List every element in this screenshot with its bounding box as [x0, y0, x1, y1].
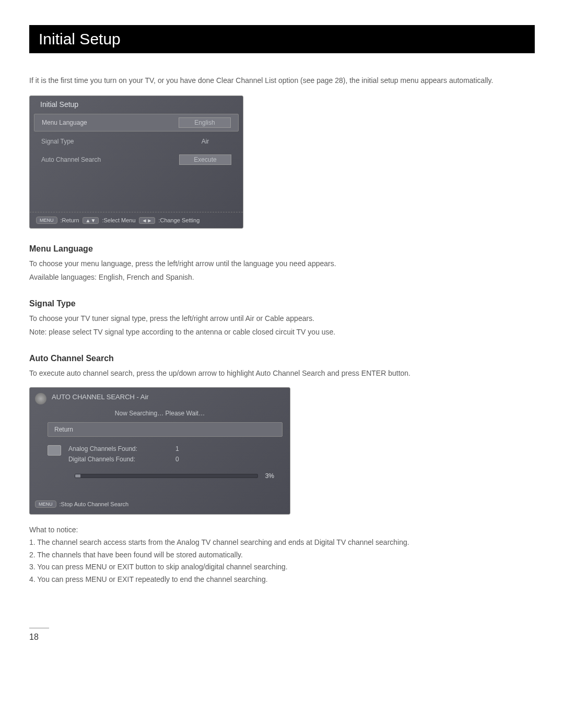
search-footer-label: :Stop Auto Channel Search [60, 501, 129, 507]
result-label: Analog Channels Found: [68, 445, 160, 452]
setup-menu-row-label: Signal Type [41, 138, 74, 145]
auto-search-line: To execute auto channel search, press th… [29, 367, 535, 379]
menu-language-heading: Menu Language [29, 244, 535, 254]
notice-list: What to notice: 1. The channel search ac… [29, 524, 535, 586]
result-value: 0 [175, 456, 179, 463]
auto-search-screenshot: AUTO CHANNEL SEARCH - Air Now Searching…… [29, 387, 290, 515]
search-return-row[interactable]: Return [48, 422, 283, 437]
search-shot-header: AUTO CHANNEL SEARCH - Air [30, 392, 290, 408]
intro-paragraph: If it is the first time you turn on your… [29, 75, 535, 86]
progress-bar [75, 474, 258, 478]
setup-menu-row-value: Air [179, 137, 231, 146]
notice-item: 3. You can press MENU or EXIT button to … [29, 561, 535, 574]
setup-menu-row-label: Auto Channel Search [41, 156, 101, 163]
setup-menu-row-value: Execute [179, 154, 231, 165]
search-subtitle: Now Searching… Please Wait… [30, 408, 290, 422]
setup-menu-row[interactable]: Auto Channel Search Execute [34, 151, 239, 168]
spacer [30, 170, 243, 212]
menu-button-icon: MENU [35, 500, 56, 508]
menu-language-line: Available languages: English, French and… [29, 271, 535, 283]
initial-setup-screenshot: Initial Setup Menu Language English Sign… [29, 96, 243, 229]
signal-type-heading: Signal Type [29, 299, 535, 308]
search-result-line: Analog Channels Found: 1 [68, 445, 283, 452]
setup-menu-row-value: English [179, 117, 231, 128]
left-right-arrow-icon: ◄► [139, 217, 156, 224]
setup-menu-footer: MENU :Return ▲▼ :Select Menu ◄► :Change … [30, 212, 243, 228]
signal-type-line: To choose your TV tuner signal type, pre… [29, 313, 535, 324]
search-result-line: Digital Channels Found: 0 [68, 456, 283, 463]
search-title: AUTO CHANNEL SEARCH - Air [52, 393, 149, 401]
menu-language-line: To choose your menu language, press the … [29, 258, 535, 269]
page-title: Initial Setup [39, 30, 525, 48]
progress-fill [75, 474, 80, 478]
result-value: 1 [175, 445, 179, 452]
search-footer: MENU :Stop Auto Channel Search [30, 496, 290, 510]
signal-type-line: Note: please select TV signal type accor… [29, 326, 535, 338]
auto-search-heading: Auto Channel Search [29, 354, 535, 363]
notice-item: 1. The channel search access starts from… [29, 536, 535, 549]
progress-row: 3% [30, 467, 290, 484]
disc-icon [35, 393, 46, 404]
footer-select-label: :Select Menu [102, 217, 135, 223]
setup-menu-row[interactable]: Signal Type Air [34, 134, 239, 149]
setup-menu-header: Initial Setup [30, 96, 243, 114]
progress-percent: 3% [265, 472, 274, 480]
notice-item: 4. You can press MENU or EXIT repeatedly… [29, 574, 535, 586]
setup-menu-row-label: Menu Language [42, 119, 87, 126]
page-title-bar: Initial Setup [29, 25, 535, 53]
result-label: Digital Channels Found: [68, 456, 160, 463]
notice-heading: What to notice: [29, 524, 535, 536]
menu-button-icon: MENU [36, 217, 57, 224]
notice-item: 2. The channels that have been found wil… [29, 549, 535, 562]
tv-icon [48, 445, 61, 456]
footer-return-label: :Return [61, 217, 79, 223]
up-down-arrow-icon: ▲▼ [83, 217, 99, 224]
setup-menu-row[interactable]: Menu Language English [34, 114, 239, 132]
footer-change-label: :Change Setting [158, 217, 199, 223]
search-results-block: Analog Channels Found: 1 Digital Channel… [30, 442, 290, 467]
page-number: 18 [29, 623, 535, 642]
